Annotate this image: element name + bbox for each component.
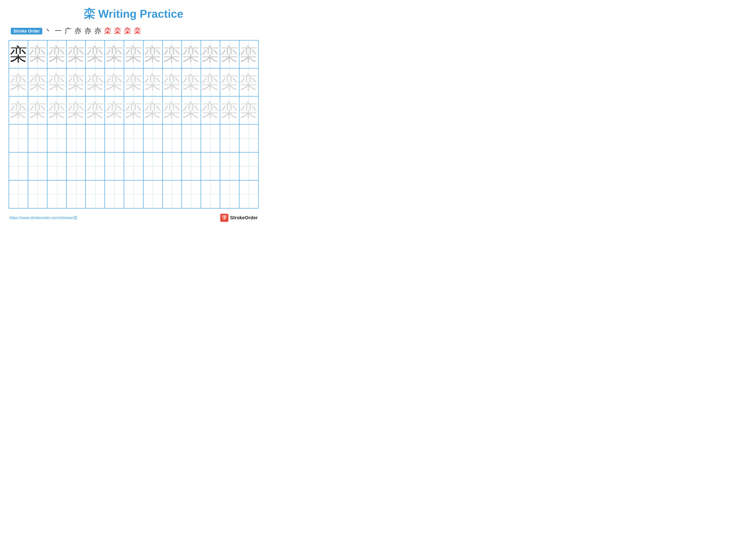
char-reference: 栾 (10, 46, 27, 63)
stroke-order-badge: Stroke Order (11, 28, 42, 35)
grid-cell-r3c7[interactable]: 栾 (124, 96, 143, 124)
grid-cell-r1c6[interactable]: 栾 (105, 40, 124, 68)
grid-cell-r4c7[interactable] (124, 124, 143, 152)
grid-cell-r5c4[interactable] (67, 152, 86, 180)
footer-brand: 字 StrokeOrder (220, 214, 258, 222)
grid-cell-r1c4[interactable]: 栾 (67, 40, 86, 68)
grid-cell-r6c13[interactable] (239, 180, 258, 208)
grid-cell-r6c2[interactable] (28, 180, 47, 208)
grid-cell-r2c2[interactable]: 栾 (28, 68, 47, 96)
grid-cell-r6c9[interactable] (162, 180, 182, 208)
stroke-7: 栾 (104, 26, 111, 36)
page-title: 栾 Writing Practice (9, 7, 258, 21)
stroke-9: 栾 (124, 26, 131, 36)
grid-cell-r4c8[interactable] (143, 124, 162, 152)
grid-cell-r3c1[interactable]: 栾 (9, 96, 28, 124)
grid-cell-r2c7[interactable]: 栾 (124, 68, 143, 96)
grid-cell-r4c9[interactable] (162, 124, 182, 152)
grid-cell-r3c10[interactable]: 栾 (182, 96, 201, 124)
stroke-5: 亦 (85, 26, 92, 36)
grid-cell-r1c9[interactable]: 栾 (162, 40, 182, 68)
grid-cell-r4c12[interactable] (220, 124, 239, 152)
grid-cell-r2c6[interactable]: 栾 (105, 68, 124, 96)
grid-cell-r4c2[interactable] (28, 124, 47, 152)
grid-cell-r2c1[interactable]: 栾 (9, 68, 28, 96)
stroke-2: 一 (55, 26, 62, 36)
grid-cell-r3c12[interactable]: 栾 (220, 96, 239, 124)
footer-url[interactable]: https://www.strokeorder.com/chinese/栾 (10, 215, 78, 220)
grid-cell-r5c2[interactable] (28, 152, 47, 180)
grid-cell-r4c6[interactable] (105, 124, 124, 152)
grid-cell-r2c5[interactable]: 栾 (86, 68, 105, 96)
grid-cell-r6c8[interactable] (143, 180, 162, 208)
practice-grid: 栾 栾 栾 栾 栾 栾 栾 栾 栾 栾 栾 栾 栾 栾 栾 栾 栾 栾 栾 栾 … (9, 40, 258, 209)
grid-cell-r4c4[interactable] (67, 124, 86, 152)
grid-cell-r4c11[interactable] (201, 124, 220, 152)
grid-cell-r5c7[interactable] (124, 152, 143, 180)
grid-cell-r4c10[interactable] (182, 124, 201, 152)
grid-cell-r1c7[interactable]: 栾 (124, 40, 143, 68)
grid-cell-r4c5[interactable] (86, 124, 105, 152)
stroke-6: 亦 (94, 26, 101, 36)
grid-cell-r4c1[interactable] (9, 124, 28, 152)
grid-cell-r1c1[interactable]: 栾 (9, 40, 28, 68)
grid-cell-r2c12[interactable]: 栾 (220, 68, 239, 96)
stroke-8: 栾 (114, 26, 121, 36)
grid-cell-r5c11[interactable] (201, 152, 220, 180)
grid-cell-r6c3[interactable] (47, 180, 67, 208)
grid-cell-r5c3[interactable] (47, 152, 67, 180)
grid-cell-r3c2[interactable]: 栾 (28, 96, 47, 124)
grid-cell-r1c13[interactable]: 栾 (239, 40, 258, 68)
grid-cell-r6c6[interactable] (105, 180, 124, 208)
grid-cell-r5c13[interactable] (239, 152, 258, 180)
grid-cell-r1c12[interactable]: 栾 (220, 40, 239, 68)
grid-cell-r2c8[interactable]: 栾 (143, 68, 162, 96)
grid-cell-r1c11[interactable]: 栾 (201, 40, 220, 68)
brand-name: StrokeOrder (230, 215, 258, 220)
grid-cell-r3c3[interactable]: 栾 (47, 96, 67, 124)
grid-cell-r5c8[interactable] (143, 152, 162, 180)
grid-cell-r3c13[interactable]: 栾 (239, 96, 258, 124)
stroke-4: 亦 (74, 26, 81, 36)
grid-cell-r5c6[interactable] (105, 152, 124, 180)
brand-icon: 字 (220, 214, 229, 222)
grid-cell-r6c11[interactable] (201, 180, 220, 208)
footer: https://www.strokeorder.com/chinese/栾 字 … (9, 214, 258, 222)
grid-cell-r1c5[interactable]: 栾 (86, 40, 105, 68)
grid-cell-r3c5[interactable]: 栾 (86, 96, 105, 124)
stroke-1: 丶 (45, 26, 52, 36)
stroke-order-row: Stroke Order 丶 一 广 亦 亦 亦 栾 栾 栾 栾 (9, 26, 258, 36)
stroke-sequence: 丶 一 广 亦 亦 亦 栾 栾 栾 栾 (45, 26, 141, 36)
grid-cell-r6c7[interactable] (124, 180, 143, 208)
grid-cell-r5c9[interactable] (162, 152, 182, 180)
grid-cell-r6c5[interactable] (86, 180, 105, 208)
stroke-10: 栾 (134, 26, 141, 36)
grid-cell-r5c10[interactable] (182, 152, 201, 180)
grid-cell-r3c9[interactable]: 栾 (162, 96, 182, 124)
grid-cell-r3c4[interactable]: 栾 (67, 96, 86, 124)
grid-cell-r5c12[interactable] (220, 152, 239, 180)
grid-cell-r1c8[interactable]: 栾 (143, 40, 162, 68)
grid-cell-r2c3[interactable]: 栾 (47, 68, 67, 96)
grid-cell-r1c10[interactable]: 栾 (182, 40, 201, 68)
grid-cell-r6c1[interactable] (9, 180, 28, 208)
grid-cell-r1c2[interactable]: 栾 (28, 40, 47, 68)
grid-cell-r3c6[interactable]: 栾 (105, 96, 124, 124)
grid-cell-r2c10[interactable]: 栾 (182, 68, 201, 96)
grid-cell-r5c1[interactable] (9, 152, 28, 180)
grid-cell-r1c3[interactable]: 栾 (47, 40, 67, 68)
grid-cell-r6c10[interactable] (182, 180, 201, 208)
grid-cell-r4c3[interactable] (47, 124, 67, 152)
grid-cell-r6c4[interactable] (67, 180, 86, 208)
grid-cell-r2c4[interactable]: 栾 (67, 68, 86, 96)
stroke-3: 广 (65, 26, 71, 36)
grid-cell-r5c5[interactable] (86, 152, 105, 180)
grid-cell-r2c9[interactable]: 栾 (162, 68, 182, 96)
grid-cell-r2c11[interactable]: 栾 (201, 68, 220, 96)
grid-cell-r3c11[interactable]: 栾 (201, 96, 220, 124)
grid-cell-r2c13[interactable]: 栾 (239, 68, 258, 96)
grid-cell-r3c8[interactable]: 栾 (143, 96, 162, 124)
grid-cell-r4c13[interactable] (239, 124, 258, 152)
grid-cell-r6c12[interactable] (220, 180, 239, 208)
